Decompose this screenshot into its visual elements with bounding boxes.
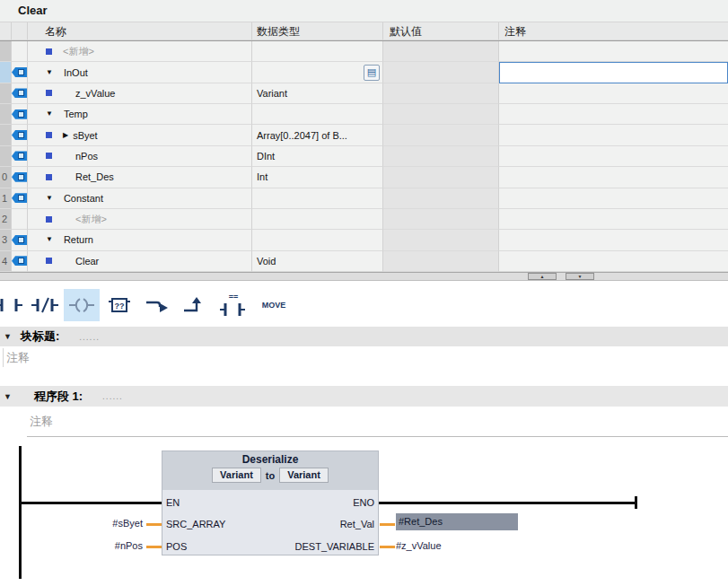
table-row[interactable]: 2<新增> — [0, 209, 728, 230]
default-value-cell[interactable] — [383, 167, 499, 188]
table-row[interactable]: ▶sByetArray[0..2047] of B... — [0, 125, 728, 145]
block-title-bar[interactable]: ▼ 块标题: ...... — [0, 327, 728, 346]
collapse-arrow-icon[interactable]: ▼ — [46, 110, 53, 118]
pin-src-array[interactable]: SRC_ARRAY — [166, 518, 225, 530]
comment-cell[interactable] — [499, 209, 728, 230]
operand-ret-des-selected[interactable]: #Ret_Des — [396, 513, 518, 530]
default-value-cell[interactable] — [383, 41, 499, 62]
comment-cell[interactable] — [499, 188, 728, 209]
network-title-placeholder[interactable]: ...... — [102, 391, 123, 401]
var-type-cell[interactable] — [252, 104, 383, 125]
var-name-cell[interactable]: Ret_Des — [28, 167, 252, 188]
var-type-cell[interactable]: ▤ — [252, 62, 383, 83]
table-row[interactable]: ▼InOut▤ — [0, 62, 728, 83]
var-type-cell[interactable]: DInt — [252, 146, 383, 167]
close-branch-button[interactable] — [178, 289, 212, 321]
empty-box-button[interactable]: ?? — [102, 289, 136, 321]
datatype-column-header[interactable]: 数据类型 — [252, 22, 383, 40]
table-row[interactable]: 4ClearVoid — [0, 251, 728, 272]
coil-button[interactable] — [64, 289, 100, 321]
pin-dest-variable[interactable]: DEST_VARIABLE — [295, 540, 374, 553]
var-name-cell[interactable]: ▼Temp — [28, 104, 252, 125]
var-type-cell[interactable] — [252, 41, 383, 62]
default-value-cell[interactable] — [383, 251, 499, 272]
operand-z-vvalue[interactable]: #z_vValue — [396, 539, 442, 552]
table-row[interactable]: nPosDInt — [0, 146, 728, 167]
collapse-arrow-icon[interactable]: ▼ — [46, 69, 53, 76]
var-name-cell[interactable]: ▼Return — [28, 230, 252, 250]
var-name-cell[interactable]: z_vValue — [28, 83, 252, 104]
default-value-cell[interactable] — [383, 125, 499, 145]
pin-pos[interactable]: POS — [166, 540, 187, 553]
pin-ret-val[interactable]: Ret_Val — [340, 518, 374, 530]
scroll-down-button[interactable]: ▼ — [566, 273, 594, 280]
var-type-cell[interactable]: Void — [252, 251, 383, 272]
default-value-cell[interactable] — [383, 83, 499, 104]
comment-cell[interactable] — [499, 83, 728, 104]
var-type-cell[interactable]: Array[0..2047] of B... — [252, 125, 383, 145]
normally-closed-contact-button[interactable] — [28, 289, 62, 321]
name-column-header[interactable]: 名称 — [28, 22, 252, 40]
var-name-cell[interactable]: ▶sByet — [28, 125, 252, 145]
var-name-cell[interactable]: ▼Constant — [28, 188, 252, 209]
operand-npos[interactable]: #nPos — [53, 539, 143, 552]
table-row[interactable]: <新增> — [0, 41, 728, 62]
collapse-network-icon[interactable]: ▼ — [4, 392, 12, 401]
network-title-bar[interactable]: ▼ 程序段 1: ...... — [0, 386, 728, 407]
var-type-cell[interactable]: Int — [252, 167, 383, 188]
default-value-cell[interactable] — [383, 104, 499, 125]
collapse-block-title-icon[interactable]: ▼ — [4, 332, 12, 341]
block-instruction-name[interactable]: Deserialize — [162, 453, 378, 466]
comment-cell[interactable] — [499, 167, 728, 188]
dest-type-dropdown[interactable]: Variant — [279, 468, 329, 483]
table-row[interactable]: 3▼Return — [0, 230, 728, 250]
collapse-arrow-icon[interactable]: ▼ — [46, 236, 53, 243]
table-row[interactable]: ▼Temp — [0, 104, 728, 125]
var-name-cell[interactable]: ▼InOut — [28, 62, 252, 83]
type-picker-button[interactable]: ▤ — [364, 65, 380, 81]
var-name-cell[interactable]: nPos — [28, 146, 252, 167]
default-value-cell[interactable] — [383, 188, 499, 209]
pin-en[interactable]: EN — [166, 496, 180, 509]
default-value-cell[interactable] — [383, 209, 499, 230]
table-row[interactable]: z_vValueVariant — [0, 83, 728, 104]
var-name-cell[interactable]: <新增> — [28, 209, 252, 230]
operand-sbyet[interactable]: #sByet — [53, 517, 143, 529]
default-column-header[interactable]: 默认值 — [383, 22, 499, 40]
comment-cell[interactable] — [499, 41, 728, 62]
collapse-arrow-icon[interactable]: ▼ — [46, 195, 53, 202]
comment-cell[interactable] — [499, 125, 728, 145]
var-name-cell[interactable]: Clear — [28, 251, 252, 272]
default-value-cell[interactable] — [383, 146, 499, 167]
comment-column-header[interactable]: 注释 — [499, 22, 728, 40]
comment-cell[interactable] — [499, 230, 728, 250]
wire-stub-src-array — [146, 523, 162, 526]
var-type: Array[0..2047] of B... — [257, 130, 347, 141]
move-button[interactable]: MOVE — [254, 289, 294, 321]
default-value-cell[interactable] — [383, 62, 499, 83]
compare-contact-button[interactable]: == — [215, 289, 250, 321]
block-comment-placeholder[interactable]: 注释 — [6, 350, 30, 366]
default-value-cell[interactable] — [383, 230, 499, 250]
scroll-up-button[interactable]: ▲ — [528, 273, 557, 280]
pin-eno[interactable]: ENO — [353, 496, 374, 509]
expand-arrow-icon[interactable]: ▶ — [63, 131, 68, 139]
var-type-cell[interactable]: Variant — [252, 83, 383, 104]
deserialize-block[interactable]: Deserialize Variant to Variant EN SRC_AR… — [162, 450, 379, 555]
block-title-placeholder[interactable]: ...... — [79, 332, 100, 342]
comment-cell[interactable] — [499, 104, 728, 125]
var-type-cell[interactable] — [252, 188, 383, 209]
open-branch-button[interactable] — [140, 289, 174, 321]
comment-cell[interactable] — [499, 146, 728, 167]
var-name-cell[interactable]: <新增> — [28, 41, 252, 62]
table-row[interactable]: 1▼Constant — [0, 188, 728, 209]
table-row[interactable]: 0Ret_DesInt — [0, 167, 728, 188]
normally-open-contact-button[interactable] — [0, 289, 26, 321]
src-type-dropdown[interactable]: Variant — [212, 468, 261, 483]
var-type-cell[interactable] — [252, 230, 383, 250]
comment-cell[interactable] — [499, 62, 728, 83]
table-scroll-strip — [0, 272, 728, 281]
var-type-cell[interactable] — [252, 209, 383, 230]
comment-cell[interactable] — [499, 251, 728, 272]
network-comment-placeholder[interactable]: 注释 — [30, 414, 53, 430]
